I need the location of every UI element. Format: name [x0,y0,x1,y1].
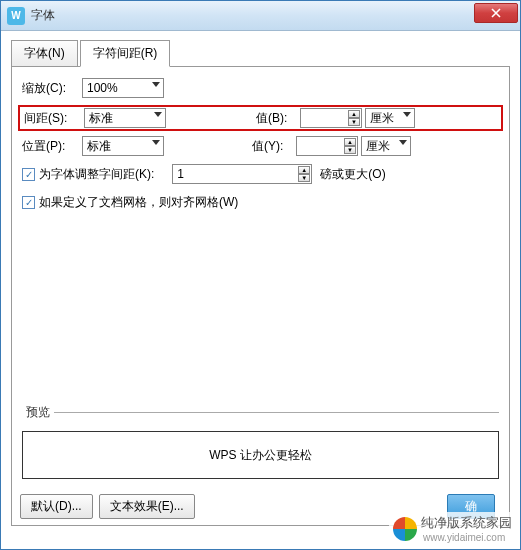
kerning-suffix: 磅或更大(O) [320,166,385,183]
spacing-value: 标准 [89,110,113,127]
tab-panel: 缩放(C): 100% 间距(S): 标准 值(B): ▲▼ 厘米 [11,66,510,526]
watermark-logo-icon [393,517,417,541]
chevron-down-icon [403,112,411,117]
value-y-unit[interactable]: 厘米 [361,136,411,156]
value-r-unit-text: 厘米 [370,110,394,127]
spin-up-icon[interactable]: ▲ [348,110,360,118]
spin-down-icon[interactable]: ▼ [344,146,356,154]
grid-label: 如果定义了文档网格，则对齐网格(W) [39,194,238,211]
position-value: 标准 [87,138,111,155]
value-y-label: 值(Y): [252,138,296,155]
tab-char-spacing[interactable]: 字符间距(R) [80,40,171,67]
watermark-text: 纯净版系统家园 [421,514,512,532]
text-effects-button[interactable]: 文本效果(E)... [99,494,195,519]
tab-font[interactable]: 字体(N) [11,40,78,67]
spin-down-icon[interactable]: ▼ [298,174,310,182]
font-dialog: W 字体 字体(N) 字符间距(R) 缩放(C): 100% 间距(S): 标准 [0,0,521,550]
value-r-unit[interactable]: 厘米 [365,108,415,128]
default-button[interactable]: 默认(D)... [20,494,93,519]
chevron-down-icon [152,140,160,145]
scale-combo[interactable]: 100% [82,78,164,98]
close-button[interactable] [474,3,518,23]
default-button-label: 默认(D)... [31,499,82,513]
grid-checkbox[interactable]: ✓ [22,196,35,209]
preview-fieldset: 预览 WPS 让办公更轻松 [22,404,499,479]
spin-down-icon[interactable]: ▼ [348,118,360,126]
kerning-row: ✓ 为字体调整字间距(K): 1 ▲▼ 磅或更大(O) [22,163,499,185]
value-y-unit-text: 厘米 [366,138,390,155]
spin-up-icon[interactable]: ▲ [298,166,310,174]
tab-char-spacing-label: 字符间距(R) [93,46,158,60]
chevron-down-icon [152,82,160,87]
preview-text: WPS 让办公更轻松 [209,447,312,464]
value-y-input[interactable]: ▲▼ [296,136,358,156]
kerning-checkbox[interactable]: ✓ [22,168,35,181]
scale-label: 缩放(C): [22,80,82,97]
position-row: 位置(P): 标准 值(Y): ▲▼ 厘米 [22,135,499,157]
kerning-input[interactable]: 1 ▲▼ [172,164,312,184]
text-effects-label: 文本效果(E)... [110,499,184,513]
scale-value: 100% [87,81,118,95]
ok-label: 确 [465,499,477,513]
value-r-label: 值(B): [256,110,300,127]
spin-up-icon[interactable]: ▲ [344,138,356,146]
watermark: 纯净版系统家园 www.yidaimei.com [389,512,516,545]
spacing-label: 间距(S): [24,110,84,127]
value-r-input[interactable]: ▲▼ [300,108,362,128]
spacing-row-highlight: 间距(S): 标准 值(B): ▲▼ 厘米 [18,105,503,131]
window-title: 字体 [31,7,55,24]
tab-strip: 字体(N) 字符间距(R) [11,39,510,66]
titlebar: W 字体 [1,1,520,31]
preview-legend: 预览 [22,404,54,421]
preview-box: WPS 让办公更轻松 [22,431,499,479]
close-icon [491,8,501,18]
scale-row: 缩放(C): 100% [22,77,499,99]
chevron-down-icon [399,140,407,145]
chevron-down-icon [154,112,162,117]
position-combo[interactable]: 标准 [82,136,164,156]
kerning-label: 为字体调整字间距(K): [39,166,154,183]
app-icon: W [7,7,25,25]
grid-row: ✓ 如果定义了文档网格，则对齐网格(W) [22,191,499,213]
position-label: 位置(P): [22,138,82,155]
kerning-value: 1 [177,167,184,181]
tab-font-label: 字体(N) [24,46,65,60]
dialog-body: 字体(N) 字符间距(R) 缩放(C): 100% 间距(S): 标准 值(B)… [1,31,520,534]
spacing-combo[interactable]: 标准 [84,108,166,128]
watermark-url: www.yidaimei.com [423,532,512,543]
